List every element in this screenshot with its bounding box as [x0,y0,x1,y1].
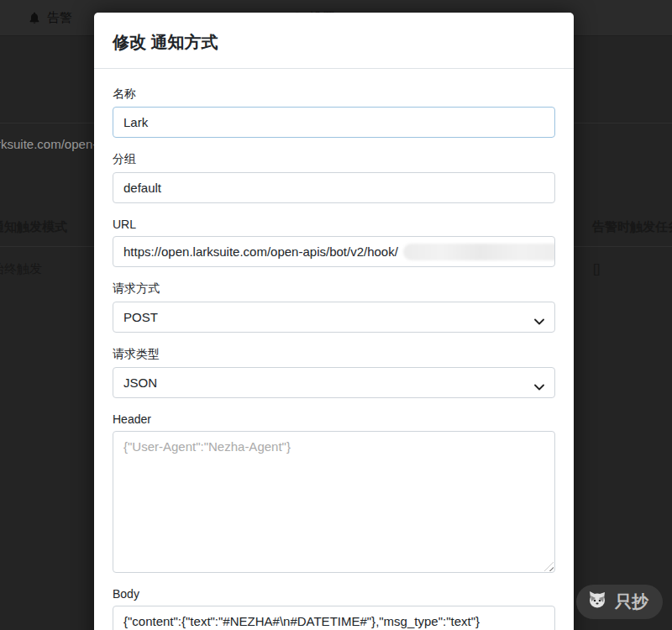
field-url: URL https://open.larksuite.com/open-apis… [113,218,555,267]
field-body: Body {"content":{"text":"#NEZHA#\n#DATET… [113,587,555,630]
url-label: URL [113,218,555,231]
header-textarea[interactable] [113,431,555,573]
url-input-value: https://open.larksuite.com/open-apis/bot… [123,244,398,259]
nav-item-label: 告警 [47,10,72,26]
field-name: 名称 [113,87,555,138]
background-cell-tasks-value: [] [593,261,600,276]
background-cell-always-trigger: 始终触发 [0,261,42,277]
field-header: Header [113,412,555,573]
nav-item-alerts[interactable]: 告警 [28,0,72,36]
body-label: Body [113,587,555,601]
header-label: Header [113,412,555,426]
mascot-dog-icon [586,589,608,615]
name-label: 名称 [113,87,555,102]
modal-body: 名称 分组 URL https://open.larksuite.com/ope… [94,69,574,630]
background-column-header-trigger-tasks: 告警时触发任务 [592,219,672,235]
modal-title: 修改 通知方式 [113,31,554,54]
url-input[interactable]: https://open.larksuite.com/open-apis/bot… [113,236,555,267]
field-group: 分组 [113,152,555,203]
watermark-badge: 只抄 [576,585,663,619]
request-type-label: 请求类型 [113,347,555,362]
modal-header: 修改 通知方式 [94,13,574,69]
background-column-header-trigger-mode: 通知触发模式 [0,219,67,235]
edit-notification-modal: 修改 通知方式 名称 分组 URL https://open.larksuite… [94,13,574,630]
group-label: 分组 [113,152,555,167]
request-method-select[interactable]: POST [113,302,555,333]
request-method-label: 请求方式 [113,281,555,297]
background-url-fragment: rksuite.com/open- [0,137,97,151]
group-input[interactable] [113,172,555,203]
name-input[interactable] [113,107,555,138]
bell-icon [28,11,41,25]
field-request-method: 请求方式 POST [113,281,555,333]
field-request-type: 请求类型 JSON [113,347,555,398]
request-type-select[interactable]: JSON [113,367,555,398]
url-redacted-token [403,244,555,260]
body-textarea[interactable]: {"content":{"text":"#NEZHA#\n#DATETIME#"… [113,606,555,630]
watermark-label: 只抄 [615,591,648,613]
